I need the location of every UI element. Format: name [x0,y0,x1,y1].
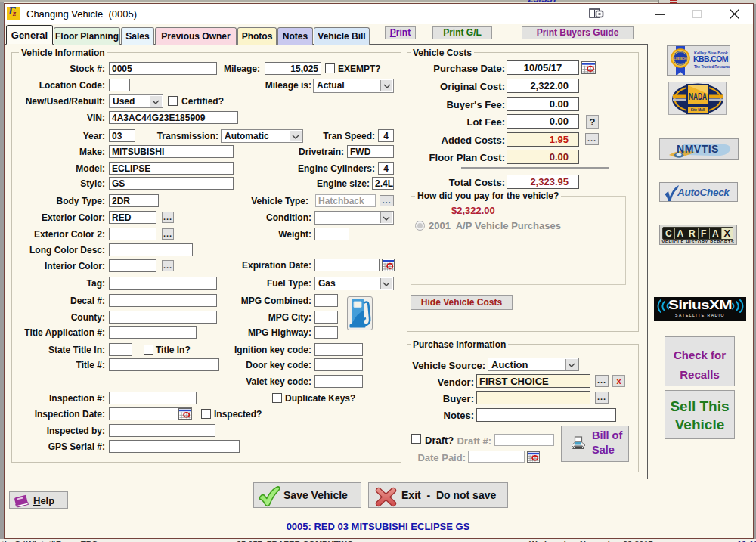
svg-text:Site Mall: Site Mall [691,108,705,112]
svg-text:BLUE BOOK: BLUE BOOK [671,57,689,60]
svg-text:NADA: NADA [689,91,707,102]
